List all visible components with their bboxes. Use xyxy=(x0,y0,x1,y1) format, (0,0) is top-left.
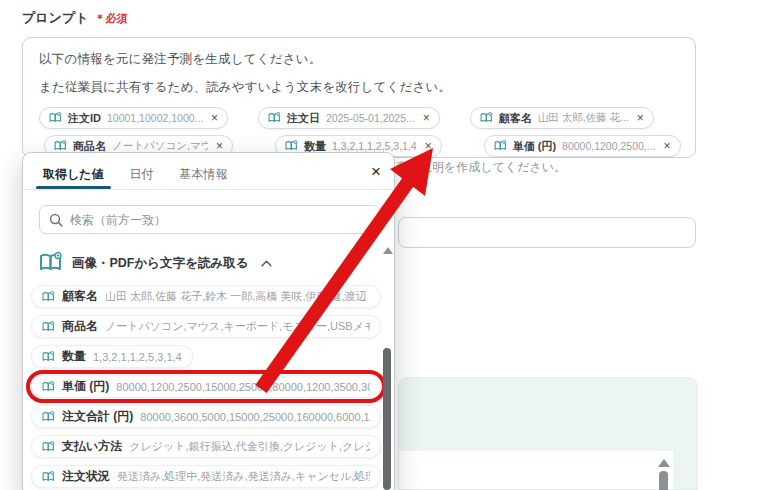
triangle-up-icon[interactable] xyxy=(658,459,670,467)
value-list-item[interactable]: 数量 1,3,2,1,1,2,5,3,1,4 xyxy=(31,345,193,368)
chip-close-icon[interactable]: × xyxy=(216,139,223,153)
value-list: 顧客名 山田 太郎,佐藤 花子,鈴木 一郎,高橋 美咲,伊藤 健,渡辺 さくら.… xyxy=(31,285,394,488)
popup-tabs: 取得した値 日付 基本情報 xyxy=(23,153,394,190)
value-label: 商品名 xyxy=(62,318,98,335)
value-label: 注文状況 xyxy=(62,468,110,485)
book-sparkle-icon xyxy=(42,471,55,483)
popup-tab[interactable]: 日付 xyxy=(130,166,154,189)
chip-label: 単価 (円) xyxy=(513,139,556,154)
chip-close-icon[interactable]: × xyxy=(211,111,218,125)
search-box[interactable] xyxy=(39,205,380,234)
value-list-item[interactable]: 顧客名 山田 太郎,佐藤 花子,鈴木 一郎,高橋 美咲,伊藤 健,渡辺 さくら.… xyxy=(31,285,381,308)
book-sparkle-icon xyxy=(42,321,55,333)
book-sparkle-icon xyxy=(268,112,281,124)
value-label: 数量 xyxy=(62,348,86,365)
chip-value: 山田 太郎,佐藤 花... xyxy=(538,111,629,125)
chip-close-icon[interactable]: × xyxy=(423,111,430,125)
value-preview: 80000,3600,5000,15000,25000,160000,6000,… xyxy=(140,411,370,423)
chip-close-icon[interactable]: × xyxy=(664,139,671,153)
chevron-up-icon[interactable] xyxy=(261,260,272,267)
value-preview: 80000,1200,2500,15000,25000,80000,1200,3… xyxy=(116,381,370,393)
background-scroll-area[interactable] xyxy=(399,451,673,489)
chip-label: 注文日 xyxy=(287,111,320,126)
value-list-item[interactable]: 商品名 ノートパソコン,マウス,キーボード,モニター,USBメモリ,... xyxy=(31,315,381,338)
book-sparkle-icon xyxy=(54,140,67,152)
book-sparkle-icon xyxy=(42,291,55,303)
book-sparkle-icon xyxy=(42,411,55,423)
prompt-textarea[interactable]: 以下の情報を元に発注予測を生成してください。 また従業員に共有するため、読みやす… xyxy=(22,37,696,158)
value-list-item[interactable]: 単価 (円) 80000,1200,2500,15000,25000,80000… xyxy=(31,375,381,398)
popup-tab[interactable]: 基本情報 xyxy=(180,166,228,189)
value-preview: ノートパソコン,マウス,キーボード,モニター,USBメモリ,... xyxy=(105,319,370,334)
chip-close-icon[interactable]: × xyxy=(637,111,644,125)
book-sparkle-icon xyxy=(42,381,55,393)
value-label: 単価 (円) xyxy=(62,378,109,395)
chip-label: 注文ID xyxy=(68,111,101,126)
value-preview: 発送済み,処理中,発送済み,発送済み,キャンセル,処理中,発... xyxy=(117,469,370,484)
chip-value: ノートパソコン,マウ... xyxy=(112,139,208,153)
value-preview: 1,3,2,1,1,2,5,3,1,4 xyxy=(93,351,182,363)
value-label: 顧客名 xyxy=(62,288,98,305)
section-header-ocr[interactable]: 画像・PDFから文字を読み取る xyxy=(39,252,394,274)
search-input[interactable] xyxy=(70,213,370,227)
value-label: 支払い方法 xyxy=(62,438,122,455)
tab-label: 取得した値 xyxy=(43,167,104,181)
close-icon[interactable]: × xyxy=(371,163,381,180)
page-title: プロンプト＊必須 xyxy=(22,9,128,27)
chip-row-1: 注文ID 10001,10002,1000... × 注文日 2025-05-0… xyxy=(39,107,681,129)
chip-rows: 注文ID 10001,10002,1000... × 注文日 2025-05-0… xyxy=(39,107,681,157)
required-badge: ＊必須 xyxy=(95,12,128,24)
data-chip[interactable]: 注文ID 10001,10002,1000... × xyxy=(39,107,228,129)
chip-value: 1,3,2,1,1,2,5,3,1,4 xyxy=(332,140,417,152)
value-label: 注文合計 (円) xyxy=(62,408,133,425)
book-sparkle-icon xyxy=(42,351,55,363)
chip-close-icon[interactable]: × xyxy=(425,139,432,153)
scrollbar-thumb[interactable] xyxy=(659,471,668,490)
value-list-item[interactable]: 注文合計 (円) 80000,3600,5000,15000,25000,160… xyxy=(31,405,381,428)
page-title-text: プロンプト xyxy=(22,10,89,25)
data-chip[interactable]: 単価 (円) 80000,1200,2500,... × xyxy=(484,135,681,157)
tab-label: 日付 xyxy=(130,167,154,181)
book-sparkle-icon xyxy=(39,252,63,274)
data-chip[interactable]: 顧客名 山田 太郎,佐藤 花... × xyxy=(470,107,654,129)
background-hint-text: 商品説明を作成してください。 xyxy=(396,159,566,176)
value-preview: クレジット,銀行振込,代金引換,クレジット,クレジット,... xyxy=(129,439,370,454)
popup-tab[interactable]: 取得した値 xyxy=(43,166,104,189)
tab-label: 基本情報 xyxy=(180,167,228,181)
book-sparkle-icon xyxy=(285,140,298,152)
magnifier-icon xyxy=(49,213,63,227)
section-title: 画像・PDFから文字を読み取る xyxy=(72,255,248,272)
prompt-line-1: 以下の情報を元に発注予測を生成してください。 xyxy=(39,51,681,68)
chip-label: 顧客名 xyxy=(499,111,532,126)
chip-value: 10001,10002,1000... xyxy=(107,112,203,124)
data-chip[interactable]: 注文日 2025-05-01,2025... × xyxy=(258,107,440,129)
value-list-item[interactable]: 支払い方法 クレジット,銀行振込,代金引換,クレジット,クレジット,... xyxy=(31,435,381,458)
background-teal-panel xyxy=(398,377,698,490)
prompt-line-2: また従業員に共有するため、読みやすいよう文末を改行してください。 xyxy=(39,79,681,96)
chip-value: 80000,1200,2500,... xyxy=(562,140,655,152)
value-list-item[interactable]: 注文状況 発送済み,処理中,発送済み,発送済み,キャンセル,処理中,発... xyxy=(31,465,381,488)
chip-value: 2025-05-01,2025... xyxy=(326,112,415,124)
value-picker-popup: 取得した値 日付 基本情報 × 画像・PDFから文字を読み取る 顧客名 山田 太… xyxy=(22,152,395,490)
book-sparkle-icon xyxy=(42,441,55,453)
background-input[interactable] xyxy=(398,217,696,248)
scrollbar-thumb[interactable] xyxy=(383,348,391,490)
book-sparkle-icon xyxy=(49,112,62,124)
value-preview: 山田 太郎,佐藤 花子,鈴木 一郎,高橋 美咲,伊藤 健,渡辺 さくら... xyxy=(105,289,370,304)
book-sparkle-icon xyxy=(480,112,493,124)
triangle-up-icon[interactable] xyxy=(383,247,393,254)
book-sparkle-icon xyxy=(494,140,507,152)
